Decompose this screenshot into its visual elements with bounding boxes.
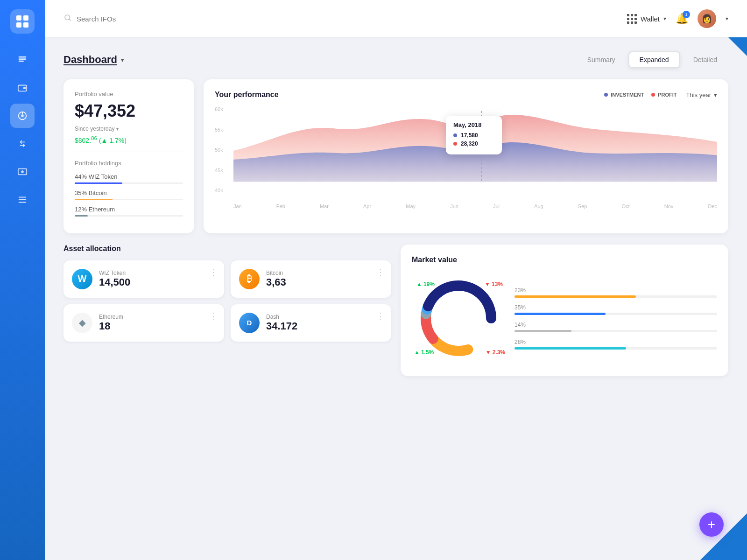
page-title-area[interactable]: Dashboard ▾	[63, 54, 124, 66]
sidebar-nav	[0, 48, 45, 212]
sidebar-item-transfer[interactable]	[10, 132, 35, 156]
money-icon	[17, 167, 28, 177]
holding-btc-bar	[75, 199, 183, 200]
btc-menu-button[interactable]: ⋮	[376, 267, 385, 277]
sidebar-item-money[interactable]	[10, 160, 35, 184]
page-title: Dashboard	[63, 54, 117, 66]
eth-menu-button[interactable]: ⋮	[209, 311, 218, 321]
dash-info: Dash 34.172	[266, 314, 297, 332]
bar-pct-0: 23%	[514, 287, 717, 294]
btc-value: 3,63	[266, 276, 286, 288]
chart-tooltip: May, 2018 17,580 28,320	[446, 116, 502, 154]
bar-track-2	[514, 330, 717, 332]
notification-badge: 1	[683, 11, 690, 18]
donut-chart: ▲ 19% ▼ 13% ▲ 1.5% ▼ 2.3%	[412, 272, 505, 365]
notification-button[interactable]: 🔔 1	[676, 13, 688, 25]
svg-rect-2	[16, 22, 21, 28]
bar-track-1	[514, 313, 717, 315]
sidebar-item-dashboard[interactable]	[10, 104, 35, 128]
holding-eth-name: 12% Ethereum	[75, 206, 183, 213]
portfolio-value-label: Portfolio value	[75, 91, 183, 98]
chart-legend: INVESTMENT PROFIT	[604, 92, 677, 98]
svg-rect-5	[19, 58, 27, 60]
svg-point-13	[21, 170, 24, 173]
bar-track-3	[514, 347, 717, 350]
market-bar-row-1: 35%	[514, 304, 717, 315]
sidebar-item-news[interactable]	[10, 48, 35, 72]
bar-fill-2	[514, 330, 571, 332]
eth-icon: ◆	[72, 313, 92, 333]
sidebar-logo[interactable]	[10, 9, 35, 34]
eth-value: 18	[99, 320, 123, 332]
market-value-title: Market value	[412, 256, 717, 264]
asset-card-eth: ◆ Ethereum 18 ⋮	[63, 304, 224, 342]
investment-dot	[604, 93, 608, 97]
page-title-chevron-icon: ▾	[121, 56, 124, 63]
since-yesterday-label[interactable]: Since yesterday ▾	[75, 126, 183, 132]
search-area	[63, 14, 618, 24]
since-text: Since yesterday	[75, 126, 114, 132]
wallet-grid-icon	[627, 14, 637, 24]
dash-menu-button[interactable]: ⋮	[376, 311, 385, 321]
wallet-label: Wallet	[641, 15, 660, 23]
tooltip-profit-row: 28,320	[453, 140, 494, 147]
tab-summary[interactable]: Summary	[576, 51, 627, 68]
tab-detailed[interactable]: Detailed	[682, 51, 728, 68]
asset-card-dash: D Dash 34.172 ⋮	[231, 304, 391, 342]
market-bar-row-2: 14%	[514, 322, 717, 332]
investment-label: INVESTMENT	[611, 92, 644, 98]
wallet-chevron-icon: ▾	[663, 15, 666, 22]
avatar-image: 👩	[698, 9, 716, 28]
user-avatar[interactable]: 👩	[698, 9, 716, 28]
tooltip-investment-row: 17,580	[453, 132, 494, 139]
holding-eth: 12% Ethereum	[75, 206, 183, 217]
portfolio-divider	[75, 152, 183, 152]
holding-btc-name: 35% Bitcoin	[75, 189, 183, 196]
wallet-selector[interactable]: Wallet ▾	[627, 14, 666, 24]
dashboard-grid: Portfolio value $47,352 Since yesterday …	[63, 79, 728, 233]
svg-point-10	[21, 114, 24, 117]
bar-pct-1: 35%	[514, 304, 717, 311]
portfolio-change: $802.86 (▲ 1.7%)	[75, 135, 183, 144]
svg-rect-4	[19, 56, 27, 58]
dashboard-icon	[17, 111, 28, 121]
profit-label: PROFIT	[658, 92, 677, 98]
bar-pct-2: 14%	[514, 322, 717, 328]
sidebar-item-list[interactable]	[10, 188, 35, 212]
legend-profit: PROFIT	[651, 92, 677, 98]
svg-rect-15	[19, 199, 27, 200]
avatar-dropdown-icon[interactable]: ▾	[726, 15, 728, 22]
wiz-name: WIZ Token	[99, 270, 130, 276]
svg-rect-6	[19, 61, 24, 62]
svg-rect-3	[23, 22, 28, 28]
donut-svg	[412, 272, 505, 365]
topbar: Wallet ▾ 🔔 1 👩 ▾	[45, 0, 747, 37]
time-filter-label: This year	[686, 91, 711, 98]
asset-allocation-section: Asset allocation W WIZ Token 14,500 ⋮ ₿	[63, 245, 391, 376]
legend-investment: INVESTMENT	[604, 92, 644, 98]
asset-card-wiz: W WIZ Token 14,500 ⋮	[63, 260, 224, 298]
sidebar	[0, 0, 45, 560]
fab-button[interactable]: +	[699, 512, 724, 537]
svg-rect-1	[23, 15, 28, 21]
bar-track-0	[514, 295, 717, 298]
time-filter[interactable]: This year ▾	[686, 91, 717, 98]
sidebar-item-wallet[interactable]	[10, 76, 35, 100]
market-bars: 23% 35%	[514, 287, 717, 350]
dash-name: Dash	[266, 314, 297, 320]
holding-wiz-name: 44% WIZ Token	[75, 173, 183, 180]
tooltip-investment-dot	[453, 133, 457, 137]
search-icon	[63, 14, 72, 24]
tooltip-investment-val: 17,580	[461, 132, 478, 139]
tooltip-profit-val: 28,320	[461, 140, 478, 147]
tab-expanded[interactable]: Expanded	[628, 51, 680, 68]
search-input[interactable]	[77, 15, 170, 23]
news-icon	[17, 55, 28, 65]
page-header: Dashboard ▾ Summary Expanded Detailed	[63, 51, 728, 68]
svg-rect-14	[19, 197, 27, 198]
list-icon	[17, 195, 28, 205]
svg-rect-16	[19, 202, 27, 203]
bar-fill-3	[514, 347, 626, 350]
performance-controls: INVESTMENT PROFIT This year ▾	[604, 91, 717, 98]
wiz-menu-button[interactable]: ⋮	[209, 267, 218, 277]
